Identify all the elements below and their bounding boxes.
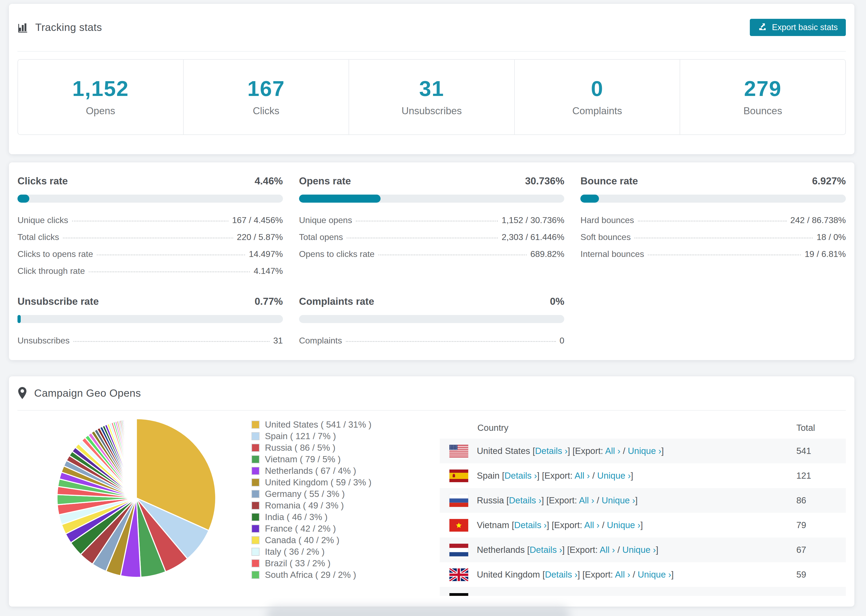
bracket: ] [Export: — [567, 446, 605, 456]
rate-detail-label: Unsubscribes — [17, 336, 70, 346]
details-link[interactable]: Details › — [514, 520, 547, 530]
rate-title: Bounce rate — [580, 175, 638, 188]
details-link[interactable]: Details › — [529, 545, 562, 555]
rate-detail-label: Unique clicks — [17, 215, 68, 225]
dotted-leader — [72, 221, 228, 222]
export-unique-link[interactable]: Unique › — [611, 594, 645, 596]
geo-title: Campaign Geo Opens — [34, 387, 141, 399]
legend-label: United States ( 541 / 31% ) — [265, 420, 372, 430]
dotted-leader — [638, 221, 787, 222]
bracket: ] [Export: — [542, 495, 579, 505]
rate-block: Complaints rate0%Complaints 0 — [299, 295, 565, 349]
dotted-leader — [73, 341, 269, 342]
legend-item[interactable]: Russia ( 86 / 5% ) — [252, 442, 372, 453]
export-all-link[interactable]: All › — [600, 545, 615, 555]
legend-item[interactable]: United States ( 541 / 31% ) — [252, 419, 372, 430]
legend-item[interactable]: Germany ( 55 / 3% ) — [252, 488, 372, 500]
country-cell: Germany [Details ›] [Export: All › / Uni… — [477, 594, 647, 596]
legend-swatch — [252, 525, 260, 533]
legend-item[interactable]: Italy ( 36 / 2% ) — [252, 546, 372, 558]
legend-item[interactable]: Spain ( 121 / 7% ) — [252, 430, 372, 442]
export-unique-link[interactable]: Unique › — [601, 495, 635, 505]
legend-item[interactable]: Netherlands ( 67 / 4% ) — [252, 465, 372, 476]
export-unique-link[interactable]: Unique › — [622, 545, 656, 555]
bracket: [ — [512, 520, 514, 530]
rate-title: Opens rate — [299, 175, 351, 188]
export-unique-link[interactable]: Unique › — [597, 471, 631, 481]
legend-item[interactable]: Brazil ( 33 / 2% ) — [252, 558, 372, 569]
rate-detail-label: Total opens — [299, 232, 343, 242]
country-total: 79 — [796, 520, 806, 530]
bracket: / — [600, 520, 607, 530]
export-all-link[interactable]: All › — [605, 446, 620, 456]
campaign-geo-opens-card: Campaign Geo Opens United States ( 541 /… — [9, 376, 855, 607]
rate-detail-row: Soft bounces 18 / 0% — [580, 229, 846, 246]
legend-item[interactable]: South Africa ( 29 / 2% ) — [252, 569, 372, 580]
rate-detail-label: Unique opens — [299, 215, 352, 225]
stat-box: 0 Complaints — [515, 60, 680, 134]
table-row: United Kingdom [Details ›] [Export: All … — [440, 562, 846, 587]
country-cell: Spain [Details ›] [Export: All › / Uniqu… — [477, 471, 633, 481]
dotted-leader — [346, 341, 556, 342]
bracket: [ — [542, 569, 545, 580]
details-link[interactable]: Details › — [509, 495, 542, 505]
export-all-link[interactable]: All › — [588, 594, 603, 596]
export-unique-link[interactable]: Unique › — [607, 520, 641, 530]
legend-swatch — [252, 501, 260, 509]
bracket: [ — [527, 545, 529, 555]
legend-item[interactable]: India ( 46 / 3% ) — [252, 511, 372, 523]
geo-table-header: Country Total — [440, 417, 846, 438]
bracket: [ — [506, 495, 509, 505]
stat-box: 1,152 Opens — [18, 60, 184, 134]
details-link[interactable]: Details › — [505, 471, 537, 481]
country-cell: Vietnam [Details ›] [Export: All › / Uni… — [477, 520, 643, 530]
country-name: Netherlands — [477, 545, 527, 555]
details-link[interactable]: Details › — [535, 446, 567, 456]
rate-detail-row: Opens to clicks rate 689.82% — [299, 246, 565, 262]
country-cell: Netherlands [Details ›] [Export: All › /… — [477, 545, 658, 555]
bracket: / — [603, 594, 611, 596]
export-all-link[interactable]: All › — [575, 471, 590, 481]
dotted-leader — [347, 237, 498, 238]
flag-icon-es — [449, 470, 468, 482]
rate-detail-label: Complaints — [299, 336, 342, 346]
dotted-leader — [356, 221, 498, 222]
rate-progress-bar — [299, 315, 565, 323]
legend-item[interactable]: France ( 42 / 2% ) — [252, 523, 372, 534]
legend-item[interactable]: Canada ( 40 / 2% ) — [252, 534, 372, 546]
rate-progress-fill — [580, 195, 599, 203]
rate-value: 0% — [550, 295, 564, 308]
legend-item[interactable]: Vietnam ( 79 / 5% ) — [252, 453, 372, 465]
bracket: [ — [516, 594, 518, 596]
rate-detail-label: Opens to clicks rate — [299, 249, 375, 259]
rate-detail-row: Clicks to opens rate 14.497% — [17, 246, 283, 262]
bracket: ] — [640, 520, 643, 530]
export-basic-stats-button[interactable]: Export basic stats — [750, 19, 846, 36]
legend-item[interactable]: Romania ( 49 / 3% ) — [252, 500, 372, 511]
export-all-link[interactable]: All › — [584, 520, 600, 530]
export-unique-link[interactable]: Unique › — [638, 569, 671, 580]
details-link[interactable]: Details › — [518, 594, 551, 596]
legend-item[interactable]: United Kingdom ( 59 / 3% ) — [252, 476, 372, 488]
flag-icon-vn — [449, 519, 468, 532]
export-all-link[interactable]: All › — [579, 495, 594, 505]
details-link[interactable]: Details › — [545, 569, 578, 580]
rate-value: 0.77% — [255, 295, 283, 308]
rate-detail-row: Unique clicks 167 / 4.456% — [17, 212, 283, 229]
flag-icon-de — [449, 593, 468, 596]
rate-detail-row: Total clicks 220 / 5.87% — [17, 229, 283, 246]
export-all-link[interactable]: All › — [615, 569, 630, 580]
country-name: Vietnam — [477, 520, 512, 530]
bracket: ] [Export: — [562, 545, 600, 555]
table-row: Russia [Details ›] [Export: All › / Uniq… — [440, 488, 846, 513]
table-row: Netherlands [Details ›] [Export: All › /… — [440, 537, 846, 562]
country-cell: United States [Details ›] [Export: All ›… — [477, 446, 664, 456]
legend-label: Brazil ( 33 / 2% ) — [265, 558, 331, 569]
rate-detail-value: 0 — [560, 336, 565, 346]
bracket: ] — [631, 471, 633, 481]
legend-swatch — [252, 455, 260, 464]
tracking-stats-card: Tracking stats Export basic stats 1,152 … — [9, 4, 855, 154]
legend-swatch — [252, 444, 260, 452]
legend-swatch — [252, 548, 260, 556]
export-unique-link[interactable]: Unique › — [628, 446, 661, 456]
